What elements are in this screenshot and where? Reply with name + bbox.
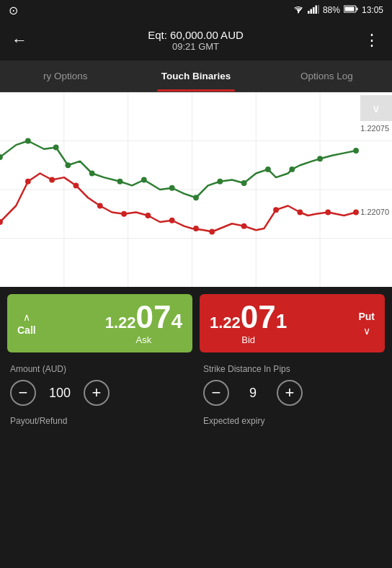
svg-point-29: [289, 167, 295, 172]
svg-point-23: [141, 177, 147, 183]
status-icon: ⊙: [9, 4, 18, 17]
tab-touch-binaries[interactable]: Touch Binaries: [130, 61, 261, 92]
bid-label: Bid: [241, 334, 255, 345]
svg-point-33: [25, 179, 31, 185]
signal-icon: [308, 5, 319, 16]
expected-expiry-label: Expected expiry: [203, 416, 382, 426]
svg-point-36: [97, 203, 103, 209]
call-price-main: 07: [135, 301, 171, 333]
chart-y-label-upper: 1.22075: [360, 124, 389, 133]
payout-refund-label: Payout/Refund: [10, 416, 189, 426]
back-button[interactable]: ←: [12, 31, 27, 50]
put-down-arrow: ∨: [363, 325, 370, 337]
controls-section: Amount (AUD) − 100 + Strike Distance In …: [0, 360, 392, 413]
call-button[interactable]: ∧ Call 1.22 07 4 Ask: [7, 294, 192, 352]
svg-point-35: [74, 182, 79, 188]
svg-rect-5: [318, 5, 319, 14]
svg-point-20: [65, 162, 71, 168]
price-section: ∧ Call 1.22 07 4 Ask 1.22 07 1 Bid Put ∨: [0, 287, 392, 360]
svg-point-31: [353, 148, 359, 154]
svg-rect-1: [308, 11, 310, 14]
strike-decrement-button[interactable]: −: [203, 380, 229, 406]
svg-point-43: [273, 207, 279, 213]
amount-decrement-button[interactable]: −: [10, 380, 36, 406]
call-label-group: ∧ Call: [17, 311, 36, 336]
put-text: Put: [358, 311, 375, 322]
strike-stepper: − 9 +: [203, 380, 382, 406]
svg-point-25: [193, 195, 199, 200]
tab-binary-options-label: ry Options: [43, 71, 88, 81]
put-label-group: Put ∨: [358, 311, 375, 337]
svg-point-38: [146, 213, 151, 218]
svg-point-26: [217, 179, 223, 185]
ask-label: Ask: [135, 334, 151, 345]
call-price-display: 1.22 07 4 Ask: [105, 301, 182, 345]
svg-rect-4: [315, 5, 317, 14]
strike-control: Strike Distance In Pips − 9 +: [203, 364, 382, 406]
footer-labels: Payout/Refund Expected expiry: [0, 413, 392, 432]
svg-point-21: [89, 171, 95, 177]
call-price-last: 4: [171, 310, 182, 333]
menu-button[interactable]: ⋮: [364, 31, 380, 50]
account-balance: Eqt: 60,000.00 AUD: [36, 29, 355, 41]
status-right: 88% 13:05: [293, 5, 383, 16]
svg-point-39: [169, 218, 175, 223]
strike-increment-button[interactable]: +: [277, 380, 303, 406]
chart-svg: [0, 92, 392, 287]
svg-point-41: [209, 229, 215, 235]
call-up-arrow: ∧: [23, 311, 30, 323]
strike-label: Strike Distance In Pips: [203, 364, 382, 374]
svg-point-22: [117, 179, 123, 185]
battery-label: 88%: [323, 5, 340, 15]
svg-point-40: [193, 226, 199, 231]
svg-point-24: [169, 185, 175, 191]
svg-point-34: [49, 177, 55, 183]
amount-value: 100: [49, 386, 71, 401]
call-price-prefix: 1.22: [105, 314, 136, 332]
svg-point-42: [241, 223, 247, 229]
put-button[interactable]: 1.22 07 1 Bid Put ∨: [200, 294, 385, 352]
bid-price-display: 1.22 07 1 Bid: [210, 301, 287, 345]
chart-area: ∨ 1.22075 1.22070: [0, 92, 392, 287]
svg-point-44: [297, 210, 303, 216]
svg-point-27: [241, 180, 247, 186]
amount-increment-button[interactable]: +: [84, 380, 110, 406]
status-bar: ⊙ 88% 13:: [0, 0, 392, 20]
account-time: 09:21 GMT: [36, 41, 355, 52]
svg-point-45: [325, 210, 331, 216]
call-text: Call: [17, 324, 36, 336]
amount-stepper: − 100 +: [10, 380, 189, 406]
bid-price-last: 1: [276, 310, 288, 333]
bid-price-main: 07: [241, 301, 276, 333]
chevron-down-icon: ∨: [372, 102, 380, 115]
chart-y-label-lower: 1.22070: [360, 208, 389, 216]
svg-rect-3: [313, 7, 315, 14]
chart-collapse-button[interactable]: ∨: [360, 95, 392, 121]
battery-icon: [344, 5, 358, 15]
svg-rect-8: [344, 7, 354, 12]
header-info: Eqt: 60,000.00 AUD 09:21 GMT: [36, 29, 355, 52]
svg-point-18: [25, 138, 31, 144]
amount-label: Amount (AUD): [10, 364, 189, 374]
svg-point-46: [353, 210, 359, 216]
bid-price-prefix: 1.22: [210, 314, 241, 332]
svg-point-19: [53, 145, 59, 151]
tab-options-log[interactable]: Options Log: [262, 61, 392, 92]
svg-point-0: [298, 12, 299, 13]
svg-point-37: [121, 211, 127, 217]
svg-point-28: [265, 167, 271, 172]
svg-rect-2: [310, 9, 312, 14]
strike-value: 9: [242, 386, 264, 401]
time-display: 13:05: [362, 5, 383, 15]
tab-options-log-label: Options Log: [300, 71, 353, 81]
svg-point-30: [317, 156, 323, 161]
header: ← Eqt: 60,000.00 AUD 09:21 GMT ⋮: [0, 20, 392, 61]
tab-touch-binaries-label: Touch Binaries: [161, 71, 231, 81]
svg-rect-7: [356, 8, 357, 11]
wifi-icon: [293, 5, 304, 16]
tab-bar: ry Options Touch Binaries Options Log: [0, 61, 392, 92]
tab-binary-options[interactable]: ry Options: [0, 61, 130, 92]
amount-control: Amount (AUD) − 100 +: [10, 364, 189, 406]
